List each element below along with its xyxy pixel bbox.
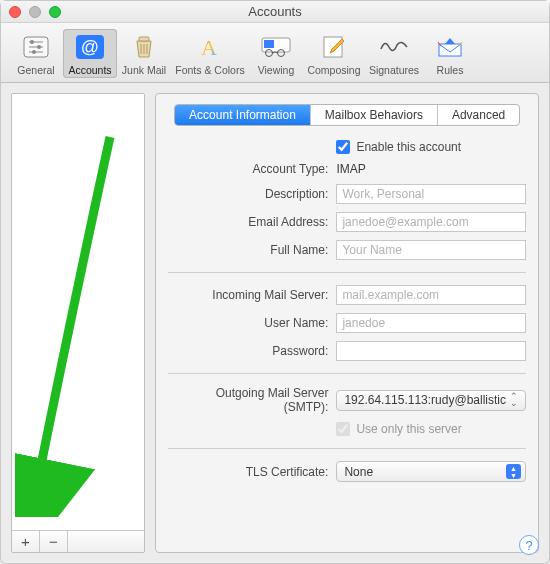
password-input[interactable]: [336, 341, 526, 361]
tab-account-information[interactable]: Account Information: [175, 105, 311, 125]
svg-text:@: @: [81, 37, 99, 57]
trash-icon: [127, 33, 161, 61]
preferences-window: Accounts General @ Accounts Junk Mail A …: [0, 0, 550, 564]
svg-point-5: [37, 45, 41, 49]
accounts-list[interactable]: [12, 94, 144, 530]
smtp-select[interactable]: 192.64.115.113:rudy@ballistic ⌃⌄: [336, 390, 526, 411]
account-type-value: IMAP: [336, 162, 526, 176]
svg-point-4: [30, 40, 34, 44]
smtp-value: 192.64.115.113:rudy@ballistic: [344, 393, 506, 407]
toolbar-item-signatures[interactable]: Signatures: [365, 29, 423, 78]
tab-advanced[interactable]: Advanced: [438, 105, 519, 125]
content-area: + − Account Information Mailbox Behavior…: [1, 83, 549, 563]
svg-text:A: A: [201, 35, 217, 59]
toolbar-item-rules[interactable]: Rules: [423, 29, 477, 78]
toolbar-label: General: [17, 64, 54, 76]
remove-account-button[interactable]: −: [40, 531, 68, 552]
separator: [168, 272, 526, 273]
email-input[interactable]: [336, 212, 526, 232]
account-tabs: Account Information Mailbox Behaviors Ad…: [174, 104, 520, 126]
smtp-label: Outgoing Mail Server (SMTP):: [168, 386, 328, 414]
toolbar-item-junk[interactable]: Junk Mail: [117, 29, 171, 78]
toolbar-item-composing[interactable]: Composing: [303, 29, 365, 78]
toolbar-item-viewing[interactable]: Viewing: [249, 29, 303, 78]
svg-point-6: [32, 50, 36, 54]
tls-value: None: [344, 465, 373, 479]
email-label: Email Address:: [168, 215, 328, 229]
sidebar-footer-spacer: [68, 531, 144, 552]
description-label: Description:: [168, 187, 328, 201]
toolbar-label: Composing: [307, 64, 360, 76]
tab-mailbox-behaviors[interactable]: Mailbox Behaviors: [311, 105, 438, 125]
svg-rect-15: [264, 40, 274, 48]
toolbar-label: Fonts & Colors: [175, 64, 244, 76]
compose-icon: [317, 33, 351, 61]
account-detail-panel: Account Information Mailbox Behaviors Ad…: [155, 93, 539, 553]
use-only-server-checkbox: Use only this server: [336, 422, 461, 436]
window-title: Accounts: [1, 4, 549, 19]
help-button[interactable]: ?: [519, 535, 539, 555]
account-type-label: Account Type:: [168, 162, 328, 176]
password-label: Password:: [168, 344, 328, 358]
incoming-input[interactable]: [336, 285, 526, 305]
at-icon: @: [73, 33, 107, 61]
description-input[interactable]: [336, 184, 526, 204]
svg-rect-18: [324, 37, 342, 57]
separator: [168, 373, 526, 374]
fullname-label: Full Name:: [168, 243, 328, 257]
fullname-input[interactable]: [336, 240, 526, 260]
toolbar-label: Viewing: [258, 64, 295, 76]
toolbar-item-accounts[interactable]: @ Accounts: [63, 29, 117, 78]
incoming-label: Incoming Mail Server:: [168, 288, 328, 302]
toolbar-label: Junk Mail: [122, 64, 166, 76]
titlebar: Accounts: [1, 1, 549, 23]
sidebar-footer: + −: [12, 530, 144, 552]
enable-account-checkbox[interactable]: Enable this account: [336, 140, 461, 154]
signature-icon: [377, 33, 411, 61]
username-label: User Name:: [168, 316, 328, 330]
enable-account-label: Enable this account: [356, 140, 461, 154]
tls-select[interactable]: None ▲▼: [336, 461, 526, 482]
slider-icon: [19, 33, 53, 61]
preferences-toolbar: General @ Accounts Junk Mail A Fonts & C…: [1, 23, 549, 83]
separator: [168, 448, 526, 449]
fonts-icon: A: [193, 33, 227, 61]
toolbar-label: Signatures: [369, 64, 419, 76]
chevron-updown-icon: ▲▼: [506, 464, 521, 479]
toolbar-label: Accounts: [68, 64, 111, 76]
toolbar-item-fonts[interactable]: A Fonts & Colors: [171, 29, 249, 78]
svg-rect-9: [139, 37, 149, 41]
glasses-icon: [259, 33, 293, 61]
rules-icon: [433, 33, 467, 61]
add-account-button[interactable]: +: [12, 531, 40, 552]
tls-label: TLS Certificate:: [168, 465, 328, 479]
toolbar-item-general[interactable]: General: [9, 29, 63, 78]
use-only-server-label: Use only this server: [356, 422, 461, 436]
accounts-sidebar: + −: [11, 93, 145, 553]
toolbar-label: Rules: [437, 64, 464, 76]
username-input[interactable]: [336, 313, 526, 333]
chevron-updown-icon: ⌃⌄: [506, 393, 521, 408]
